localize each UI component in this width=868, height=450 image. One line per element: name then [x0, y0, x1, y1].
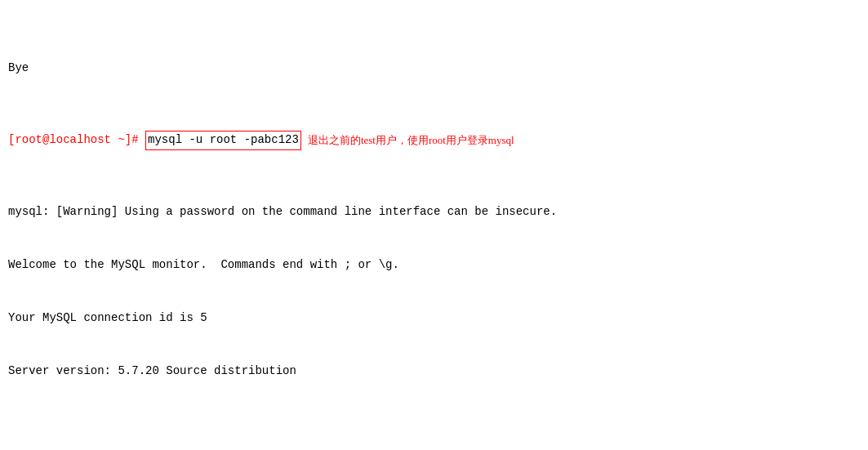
- line-connid: Your MySQL connection id is 5: [8, 310, 860, 327]
- terminal-output: Bye [root@localhost ~]# mysql -u root -p…: [8, 7, 860, 450]
- line-welcome: Welcome to the MySQL monitor. Commands e…: [8, 256, 860, 274]
- login-annotation: 退出之前的test用户，使用root用户登录mysql: [308, 132, 514, 149]
- login-cmd-highlighted: mysql -u root -pabc123: [145, 131, 301, 150]
- line-version: Server version: 5.7.20 Source distributi…: [8, 363, 860, 381]
- root-prompt: [root@localhost ~]#: [8, 131, 145, 149]
- line-bye: Bye: [8, 60, 860, 78]
- line-login-command: [root@localhost ~]# mysql -u root -pabc1…: [8, 131, 860, 150]
- line-warning: mysql: [Warning] Using a password on the…: [8, 203, 860, 221]
- blank1: [8, 434, 860, 451]
